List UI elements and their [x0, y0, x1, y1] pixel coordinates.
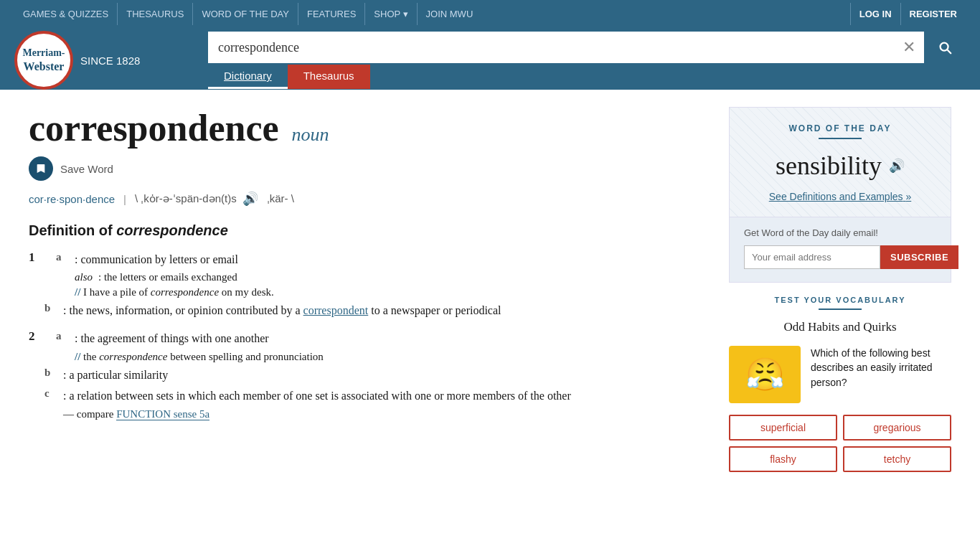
- tabs-row: Dictionary Thesaurus: [208, 65, 966, 89]
- vocab-label: TEST YOUR VOCABULARY: [729, 296, 951, 304]
- wotd-arrow: »: [905, 191, 911, 202]
- def-letter-2b: b: [44, 366, 59, 379]
- nav-games[interactable]: GAMES & QUIZZES: [14, 3, 118, 25]
- function-link[interactable]: FUNCTION sense 5a: [116, 408, 209, 420]
- def-content-2c: : a relation between sets in which each …: [63, 387, 571, 420]
- main-container: correspondence noun Save Word cor·re·spo…: [0, 90, 980, 486]
- word-title: correspondence: [29, 108, 279, 149]
- nav-shop[interactable]: SHOP ▾: [365, 3, 417, 25]
- content-area: correspondence noun Save Word cor·re·spo…: [29, 107, 700, 472]
- compare-row: — compare FUNCTION sense 5a: [63, 408, 571, 420]
- search-row: ✕: [208, 32, 966, 63]
- wotd-inner: WORD OF THE DAY sensibility 🔊 See Defini…: [730, 108, 951, 217]
- answer-flashy[interactable]: flashy: [729, 446, 837, 472]
- email-row: SUBSCRIBE: [744, 245, 936, 269]
- example-word-1a: correspondence: [151, 286, 219, 298]
- vocab-question: Which of the following best describes an…: [811, 346, 951, 390]
- definitions-section: 1 a : communication by letters or email …: [29, 250, 700, 420]
- email-label: Get Word of the Day daily email!: [744, 227, 936, 238]
- def-row-2b: b : a particular similarity: [44, 366, 700, 385]
- wotd-label: WORD OF THE DAY: [744, 123, 936, 133]
- syllables-link[interactable]: cor·re·spon·dence: [29, 193, 115, 205]
- tab-thesaurus[interactable]: Thesaurus: [288, 65, 370, 89]
- ipa1-text: \ ˌkȯr-ə-ˈspän-dən(t)s: [135, 192, 237, 205]
- def-text-2a: : the agreement of things with one anoth…: [75, 332, 269, 344]
- header-mid: Merriam- Webster SINCE 1828 ✕ Dictionary…: [0, 25, 980, 90]
- answer-tetchy[interactable]: tetchy: [843, 446, 951, 472]
- def-also-1a: also : the letters or emails exchanged: [75, 270, 274, 283]
- example-post-2a: between spelling and pronunciation: [167, 351, 323, 362]
- def-row-1a: 1 a : communication by letters or email …: [29, 250, 700, 298]
- def-row-2a: 2 a : the agreement of things with one a…: [29, 329, 700, 363]
- word-pos: noun: [292, 124, 329, 145]
- tab-dictionary[interactable]: Dictionary: [208, 65, 288, 89]
- save-word-label: Save Word: [60, 163, 113, 175]
- def-row-1b: b : the news, information, or opinion co…: [44, 301, 700, 320]
- email-input[interactable]: [744, 245, 880, 269]
- login-link[interactable]: LOG IN: [850, 3, 900, 25]
- example-word-2a: correspondence: [99, 351, 167, 362]
- vocab-image: 😤: [729, 346, 801, 403]
- email-section: Get Word of the Day daily email! SUBSCRI…: [730, 217, 951, 282]
- register-link[interactable]: REGISTER: [900, 3, 966, 25]
- audio-button[interactable]: 🔊: [240, 191, 261, 207]
- wotd-see-link[interactable]: See Definitions and Examples »: [744, 191, 936, 202]
- wotd-word-row: sensibility 🔊: [744, 151, 936, 181]
- vocab-title: Odd Habits and Quirks: [729, 320, 951, 334]
- def-group-2: 2 a : the agreement of things with one a…: [29, 329, 700, 420]
- also-text-1a: : the letters or emails exchanged: [98, 271, 237, 283]
- def-num-2: 2: [29, 329, 44, 344]
- answer-superficial[interactable]: superficial: [729, 415, 837, 441]
- nav-join[interactable]: JOIN MWU: [418, 3, 482, 25]
- logo-circle[interactable]: Merriam- Webster: [14, 31, 73, 90]
- since-label: SINCE 1828: [80, 55, 140, 67]
- answer-gregarious[interactable]: gregarious: [843, 415, 951, 441]
- search-icon: [937, 39, 953, 55]
- pronunciation-row: cor·re·spon·dence | \ ˌkȯr-ə-ˈspän-dən(t…: [29, 191, 700, 207]
- search-input[interactable]: [208, 32, 894, 63]
- def-content-2b: : a particular similarity: [63, 366, 168, 385]
- def-header: Definition of correspondence: [29, 222, 700, 239]
- double-slash-1a: //: [75, 286, 83, 298]
- example-post-1a: on my desk.: [219, 286, 274, 298]
- wotd-divider: [819, 138, 862, 139]
- search-button[interactable]: [924, 32, 966, 63]
- word-header-row: correspondence noun: [29, 107, 700, 149]
- correspondent-link[interactable]: correspondent: [303, 304, 369, 316]
- def-num-1: 1: [29, 250, 44, 265]
- vocab-section: TEST YOUR VOCABULARY Odd Habits and Quir…: [729, 283, 951, 472]
- def-text-2c: : a relation between sets in which each …: [63, 390, 571, 402]
- def-letter-1b: b: [44, 301, 59, 314]
- vocab-divider: [819, 309, 862, 310]
- wotd-audio-button[interactable]: 🔊: [889, 158, 905, 174]
- def-group-1: 1 a : communication by letters or email …: [29, 250, 700, 319]
- search-clear-button[interactable]: ✕: [894, 32, 924, 63]
- pron-sep: |: [123, 193, 126, 205]
- def-header-word: correspondence: [116, 222, 228, 238]
- save-word-row: Save Word: [29, 156, 700, 181]
- def-letter-1a: a: [56, 250, 70, 263]
- wotd-card: WORD OF THE DAY sensibility 🔊 See Defini…: [729, 107, 951, 283]
- def-content-1a: : communication by letters or email also…: [75, 250, 274, 298]
- def-text-2b: : a particular similarity: [63, 369, 168, 381]
- vocab-answers: superficial gregarious flashy tetchy: [729, 415, 951, 472]
- def-text-1a: : communication by letters or email: [75, 253, 238, 265]
- ipa2-text: ˌkär- \: [267, 192, 294, 205]
- header-top-row: GAMES & QUIZZES THESAURUS WORD OF THE DA…: [0, 0, 980, 25]
- bookmark-button[interactable]: [29, 156, 53, 181]
- main-nav: GAMES & QUIZZES THESAURUS WORD OF THE DA…: [14, 3, 481, 25]
- site-header: GAMES & QUIZZES THESAURUS WORD OF THE DA…: [0, 0, 980, 90]
- subscribe-button[interactable]: SUBSCRIBE: [880, 245, 958, 269]
- sidebar: WORD OF THE DAY sensibility 🔊 See Defini…: [729, 107, 951, 472]
- nav-wotd[interactable]: WORD OF THE DAY: [193, 3, 298, 25]
- also-label: also: [75, 271, 93, 283]
- example-1a: // I have a pile of correspondence on my…: [75, 286, 274, 298]
- example-pre-2a: the: [83, 351, 99, 362]
- auth-nav: LOG IN REGISTER: [850, 3, 966, 25]
- def-text-1b: : the news, information, or opinion cont…: [63, 304, 501, 316]
- double-slash-2a: //: [75, 351, 83, 362]
- nav-features[interactable]: FEATURES: [298, 3, 365, 25]
- search-container: ✕ Dictionary Thesaurus: [208, 32, 966, 89]
- nav-thesaurus[interactable]: THESAURUS: [118, 3, 193, 25]
- vocab-quiz-row: 😤 Which of the following best describes …: [729, 346, 951, 403]
